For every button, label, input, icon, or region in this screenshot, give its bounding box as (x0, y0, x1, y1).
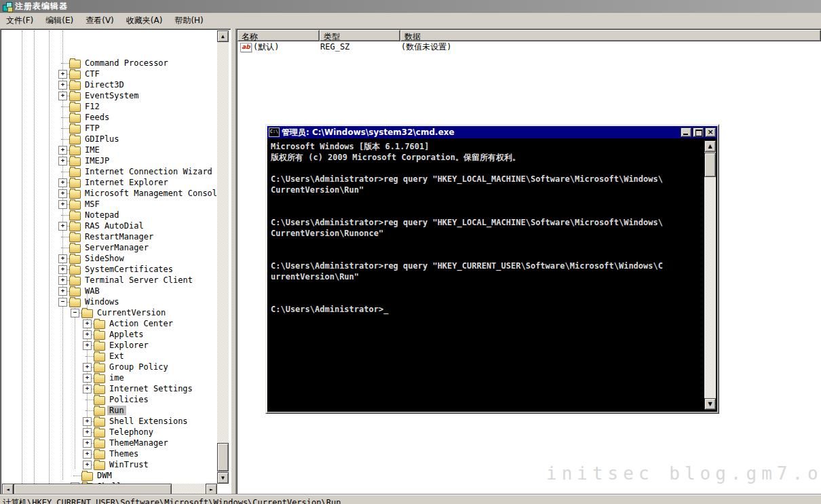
console-scrollbar[interactable]: ▲ ▼ (704, 140, 716, 410)
tree-item-label[interactable]: WAB (83, 286, 102, 296)
tree-item-label[interactable]: ime (107, 373, 126, 383)
expand-plus-icon[interactable]: + (58, 81, 67, 90)
tree-item-label[interactable]: DWM (95, 471, 114, 480)
tree-horizontal-scrollbar[interactable]: ◄ ► (2, 484, 217, 495)
status-bar-path: 计算机\HKEY_CURRENT_USER\Software\Microsoft… (3, 497, 821, 504)
expand-plus-icon[interactable]: + (58, 189, 67, 198)
pane-splitter[interactable] (231, 28, 236, 496)
console-line: urrentVersion\Run" (271, 271, 701, 282)
tree-row: +Direct3D (2, 79, 217, 90)
tree-item-label[interactable]: Internet Connection Wizard (83, 167, 214, 176)
tree-item-label[interactable]: Policies (107, 395, 151, 404)
tree-item-label[interactable]: Command Processor (83, 58, 170, 68)
expand-plus-icon[interactable]: + (83, 461, 92, 469)
tree-item-label[interactable]: FTP (83, 123, 102, 133)
tree-item-label[interactable]: Explorer (107, 341, 151, 350)
scroll-up-button[interactable]: ▲ (704, 140, 716, 152)
scroll-thumb[interactable] (14, 484, 172, 495)
maximize-button[interactable] (693, 128, 704, 137)
expand-plus-icon[interactable]: + (83, 385, 92, 393)
tree-item-label[interactable]: GDIPlus (83, 134, 121, 144)
menu-item-file[interactable]: 文件(F) (0, 13, 39, 28)
cmd-window[interactable]: C:\ 管理员: C:\Windows\system32\cmd.exe × M… (265, 124, 719, 414)
expand-plus-icon[interactable]: + (58, 287, 67, 296)
expand-plus-icon[interactable]: + (58, 200, 67, 209)
expand-plus-icon[interactable]: + (83, 417, 92, 426)
tree-item-label[interactable]: Telephony (107, 427, 155, 437)
expand-plus-icon[interactable]: + (58, 92, 67, 100)
menu-item-view[interactable]: 查看(V) (79, 13, 120, 28)
menu-item-help[interactable]: 帮助(H) (168, 13, 209, 28)
expand-plus-icon[interactable]: + (83, 450, 92, 459)
tree-item-label[interactable]: Themes (107, 449, 140, 459)
tree-item-label[interactable]: Ext (107, 351, 126, 361)
console-area[interactable]: Microsoft Windows [版本 6.1.7601]版权所有 (c) … (267, 138, 717, 412)
tree-vertical-scrollbar[interactable]: ▲ ▼ (217, 31, 229, 484)
expand-plus-icon[interactable]: + (83, 341, 92, 350)
tree-item-label[interactable]: CurrentVersion (95, 308, 168, 317)
expand-plus-icon[interactable]: + (83, 363, 92, 372)
tree-item-label[interactable]: F12 (83, 102, 102, 111)
tree-item-label[interactable]: Shell Extensions (107, 416, 190, 426)
scroll-down-button[interactable]: ▼ (217, 472, 229, 484)
tree-item-label[interactable]: Applets (107, 330, 146, 339)
folder-icon (94, 342, 105, 351)
tree-item-label[interactable]: IMEJP (83, 156, 111, 166)
tree-item-label[interactable]: ServerManager (83, 243, 151, 252)
tree-view[interactable]: Command Processor+CTF+Direct3D+EventSyst… (2, 31, 217, 484)
tree-item-label[interactable]: Run (107, 406, 126, 415)
column-header[interactable]: 名称 (237, 30, 320, 41)
expand-plus-icon[interactable]: + (58, 254, 67, 263)
expand-plus-icon[interactable]: + (83, 439, 92, 448)
tree-item-label[interactable]: RestartManager (83, 232, 155, 241)
expand-plus-icon[interactable]: + (83, 428, 92, 437)
tree-item-label[interactable]: Microsoft Management Console (83, 189, 217, 198)
tree-item-label[interactable]: IME (83, 145, 102, 155)
table-row[interactable]: ab(默认)REG_SZ(数值未设置) (237, 41, 821, 52)
tree-item-label[interactable]: Windows (83, 297, 121, 307)
cmd-title-bar[interactable]: C:\ 管理员: C:\Windows\system32\cmd.exe × (267, 126, 717, 138)
collapse-minus-icon[interactable]: − (71, 309, 79, 317)
tree-item-label[interactable]: Action Center (107, 319, 175, 328)
column-header[interactable]: 类型 (320, 30, 400, 41)
column-header[interactable]: 数据 (400, 30, 821, 41)
menu-item-edit[interactable]: 编辑(E) (39, 13, 79, 28)
close-button[interactable]: × (705, 128, 716, 137)
expand-plus-icon[interactable]: + (58, 265, 67, 274)
tree-item-label[interactable]: Internet Explorer (83, 178, 170, 187)
folder-icon (94, 331, 105, 340)
expand-plus-icon[interactable]: + (83, 330, 92, 339)
folder-icon (69, 114, 81, 123)
scroll-right-button[interactable]: ► (206, 484, 217, 495)
expand-plus-icon[interactable]: + (58, 276, 67, 285)
tree-item-label[interactable]: EventSystem (83, 91, 140, 100)
collapse-minus-icon[interactable]: − (58, 298, 67, 307)
minimize-button[interactable] (681, 128, 691, 137)
tree-item-label[interactable]: SideShow (83, 254, 126, 263)
tree-item-label[interactable]: MSF (83, 199, 102, 209)
tree-item-label[interactable]: Internet Settings (107, 384, 195, 393)
tree-item-label[interactable]: Group Policy (107, 362, 170, 372)
tree-item-label[interactable]: CTF (83, 69, 102, 79)
expand-plus-icon[interactable]: + (58, 222, 67, 231)
tree-item-label[interactable]: RAS AutoDial (83, 221, 146, 231)
expand-plus-icon[interactable]: + (83, 319, 92, 328)
expand-plus-icon[interactable]: + (58, 178, 67, 187)
menu-item-favorites[interactable]: 收藏夹(A) (120, 13, 169, 28)
tree-item-label[interactable]: SystemCertificates (83, 265, 175, 274)
scroll-thumb[interactable] (704, 153, 716, 177)
scroll-left-button[interactable]: ◄ (2, 484, 14, 495)
tree-item-label[interactable]: Direct3D (83, 80, 126, 90)
scroll-thumb[interactable] (217, 443, 229, 471)
expand-plus-icon[interactable]: + (58, 70, 67, 79)
tree-item-label[interactable]: ThemeManager (107, 438, 170, 448)
tree-item-label[interactable]: Terminal Server Client (83, 275, 195, 285)
expand-plus-icon[interactable]: + (58, 146, 67, 155)
tree-item-label[interactable]: Feeds (83, 113, 111, 122)
tree-item-label[interactable]: Notepad (83, 210, 121, 220)
tree-item-label[interactable]: WinTrust (107, 460, 151, 469)
expand-plus-icon[interactable]: + (58, 157, 67, 166)
scroll-up-button[interactable]: ▲ (217, 31, 229, 42)
expand-plus-icon[interactable]: + (83, 374, 92, 383)
scroll-down-button[interactable]: ▼ (704, 398, 716, 410)
